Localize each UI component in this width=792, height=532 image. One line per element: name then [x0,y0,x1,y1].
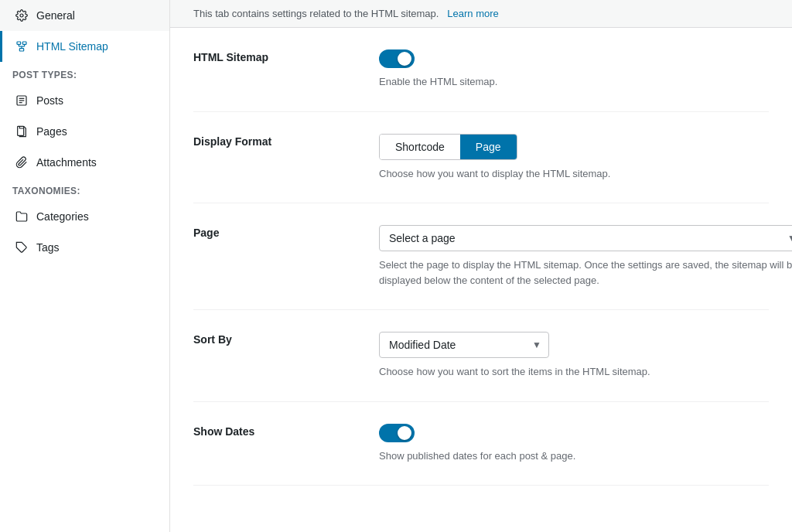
svg-rect-1 [17,42,21,44]
learn-more-link[interactable]: Learn more [447,8,498,19]
html-sitemap-toggle-container [379,49,769,68]
show-dates-control: Show published dates for each post & pag… [379,424,769,464]
show-dates-row: Show Dates Show published dates for each… [193,402,769,486]
show-dates-toggle[interactable] [379,424,415,442]
pages-icon [15,124,29,138]
svg-rect-12 [18,126,24,135]
display-format-btn-group: Shortcode Page [379,134,517,160]
sidebar-item-html-sitemap[interactable]: HTML Sitemap [0,31,169,62]
page-row: Page Select a page ▼ Select the page to … [193,203,769,310]
html-sitemap-toggle[interactable] [379,49,415,68]
sort-by-control: Modified DateTitlePublished DateMenu Ord… [379,332,769,380]
page-control: Select a page ▼ Select the page to displ… [379,225,792,288]
sidebar-item-general[interactable]: General [0,0,169,31]
sort-by-description: Choose how you want to sort the items in… [379,364,769,380]
sort-by-select-wrapper: Modified DateTitlePublished DateMenu Ord… [379,332,549,358]
taxonomies-label: Taxonomies: [0,178,169,201]
main-content: This tab contains settings related to th… [170,0,792,532]
svg-rect-2 [22,42,26,44]
sidebar-item-posts[interactable]: Posts [0,85,169,116]
sitemap-icon [15,39,29,53]
page-select[interactable]: Select a page [379,225,792,251]
page-description: Select the page to display the HTML site… [379,257,792,288]
page-button[interactable]: Page [460,135,517,159]
show-dates-toggle-container [379,424,769,442]
post-types-label: Post Types: [0,62,169,85]
sidebar-item-categories[interactable]: Categories [0,201,169,232]
categories-icon [15,210,29,223]
show-dates-description: Show published dates for each post & pag… [379,448,769,464]
sidebar-item-pages-label: Pages [36,125,67,138]
posts-icon [15,94,29,107]
display-format-control: Shortcode Page Choose how you want to di… [379,134,769,182]
sidebar-item-general-label: General [36,9,75,22]
sort-by-label: Sort By [193,332,348,346]
html-sitemap-row: HTML Sitemap Enable the HTML sitemap. [193,28,769,112]
sidebar-item-pages[interactable]: Pages [0,116,169,147]
gear-icon [15,9,29,22]
sidebar-item-posts-label: Posts [36,94,63,107]
html-sitemap-control: Enable the HTML sitemap. [379,49,769,90]
sidebar: General HTML Sitemap Post Types: [0,0,170,532]
sidebar-item-categories-label: Categories [36,210,89,223]
sidebar-item-attachments[interactable]: Attachments [0,147,169,178]
info-bar-text: This tab contains settings related to th… [193,8,439,19]
display-format-label: Display Format [193,134,348,148]
app-layout: General HTML Sitemap Post Types: [0,0,792,532]
svg-point-0 [20,14,23,17]
info-bar: This tab contains settings related to th… [170,0,792,28]
sidebar-item-tags[interactable]: Tags [0,232,169,263]
svg-rect-3 [19,49,23,51]
page-select-wrapper: Select a page ▼ [379,225,792,251]
toggle-thumb [398,52,411,66]
html-sitemap-label: HTML Sitemap [193,49,348,63]
sidebar-item-html-sitemap-label: HTML Sitemap [36,40,108,53]
html-sitemap-description: Enable the HTML sitemap. [379,74,769,90]
shortcode-button[interactable]: Shortcode [380,135,460,159]
attachments-icon [15,155,29,169]
display-format-description: Choose how you want to display the HTML … [379,166,769,182]
show-dates-label: Show Dates [193,424,348,438]
show-dates-toggle-thumb [398,426,411,440]
display-format-row: Display Format Shortcode Page Choose how… [193,112,769,204]
page-label: Page [193,225,348,239]
sidebar-item-attachments-label: Attachments [36,156,97,169]
sidebar-item-tags-label: Tags [36,241,60,254]
sort-by-select[interactable]: Modified DateTitlePublished DateMenu Ord… [379,332,549,358]
tags-icon [15,240,29,254]
settings-area: HTML Sitemap Enable the HTML sitemap. Di… [170,28,792,486]
sort-by-row: Sort By Modified DateTitlePublished Date… [193,310,769,402]
